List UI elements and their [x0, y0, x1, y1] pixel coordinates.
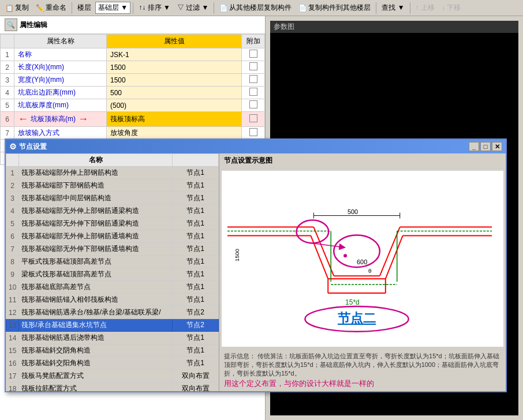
dialog-overlay: ⚙ 节点设置 _ □ ✕ 名称	[0, 0, 523, 404]
node-table-row[interactable]: 4 筏形基础端部无外伸上部钢筋通梁构造 节点1	[6, 205, 219, 217]
svg-text:500: 500	[348, 208, 358, 215]
dialog-titlebar: ⚙ 节点设置 _ □ ✕	[6, 140, 506, 153]
node-table-row[interactable]: 2 筏形基础端部下部钢筋构造 节点1	[6, 179, 219, 192]
dialog-left: 名称 1 筏形基础端部外伸上部钢筋构造 节点1 2	[6, 153, 219, 391]
tip-label: 提示信息：	[224, 352, 256, 359]
svg-text:600: 600	[357, 258, 367, 265]
node-table-row[interactable]: 6 筏形基础端部无外伸上部钢筋通墙构造 节点1	[6, 230, 219, 243]
node-table-row[interactable]: 10 筏形基础底部高差节点 节点1	[6, 281, 219, 294]
node-table-row[interactable]: 9 梁板式筏形基础顶部高差节点 节点1	[6, 268, 219, 281]
node-table-row[interactable]: 18 筏板拉筋配置方式 双向布置	[6, 382, 219, 392]
svg-text:节点二: 节点二	[338, 311, 376, 325]
node-settings-dialog: ⚙ 节点设置 _ □ ✕ 名称	[5, 138, 507, 392]
node-table-row[interactable]: 5 筏形基础端部无外伸下部钢筋通梁构造 节点1	[6, 217, 219, 230]
svg-text:1500: 1500	[234, 249, 240, 262]
node-diagram-area: 500 600 15*d θ	[222, 171, 503, 347]
node-table-row-selected[interactable]: 13 筏形/承台基础遇集水坑节点 节点2	[6, 319, 219, 332]
node-table-row[interactable]: 12 筏形基础钢筋遇承台/独基/承台梁/基础联系梁/ 节点2	[6, 306, 219, 319]
node-diagram-title: 节点设置示意图	[219, 153, 506, 168]
tip-content: 传统算法：坑板面筋伸入坑边位置直至弯折，弯折长度默认为15*d；坑板面筋伸入基础…	[224, 352, 499, 377]
pink-tip: 用这个定义布置，与你的设计大样就是一样的	[224, 379, 374, 388]
tip-area: 提示信息： 传统算法：坑板面筋伸入坑边位置直至弯折，弯折长度默认为15*d；坑板…	[219, 349, 506, 391]
dialog-titlebar-buttons: _ □ ✕	[469, 142, 502, 151]
dialog-icon: ⚙	[9, 142, 17, 151]
node-table-row[interactable]: 17 筏板马凳筋配置方式 双向布置	[6, 370, 219, 382]
dialog-minimize-button[interactable]: _	[469, 142, 479, 151]
dialog-right: 节点设置示意图	[219, 153, 506, 391]
dialog-title: 节点设置	[19, 142, 469, 152]
dialog-maximize-button[interactable]: □	[480, 142, 491, 151]
node-diagram-svg: 500 600 15*d θ	[222, 171, 503, 347]
svg-point-41	[343, 254, 347, 257]
node-table-row[interactable]: 16 筏形基础斜交阳角构造 节点1	[6, 357, 219, 370]
svg-text:θ: θ	[368, 268, 372, 274]
dialog-content: 名称 1 筏形基础端部外伸上部钢筋构造 节点1 2	[6, 153, 506, 391]
node-table-row[interactable]: 8 平板式筏形基础顶部高差节点 节点1	[6, 256, 219, 268]
svg-text:15*d: 15*d	[345, 298, 360, 306]
node-table: 名称 1 筏形基础端部外伸上部钢筋构造 节点1 2	[6, 153, 219, 391]
node-table-row[interactable]: 11 筏形基础钢筋锚入相邻筏板构造 节点1	[6, 294, 219, 306]
node-table-row[interactable]: 3 筏形基础端部中间层钢筋构造 节点1	[6, 192, 219, 205]
node-table-row[interactable]: 7 筏形基础端部无外伸下部钢筋通墙构造 节点1	[6, 243, 219, 256]
node-table-row[interactable]: 1 筏形基础端部外伸上部钢筋构造 节点1	[6, 167, 219, 179]
node-table-row[interactable]: 14 筏形基础钢筋遇后浇带构造 节点1	[6, 332, 219, 344]
node-table-row[interactable]: 15 筏形基础斜交阴角构造 节点1	[6, 344, 219, 357]
dialog-close-button[interactable]: ✕	[492, 142, 502, 151]
